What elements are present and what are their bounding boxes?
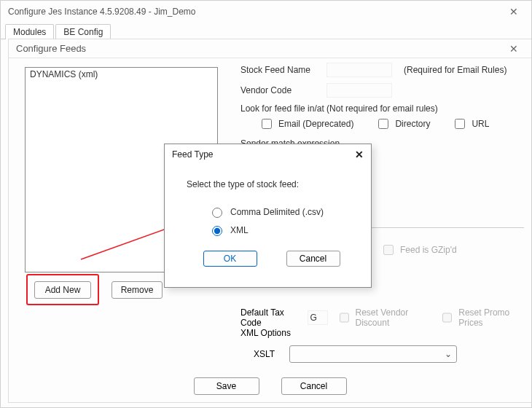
main-window-title: Configure Jes Instance 4.5.9208.49 - Jim… [8,7,504,17]
stock-feed-name-label: Stock Feed Name [240,65,321,75]
form-area: Stock Feed Name (Required for Email Rule… [240,63,524,149]
main-titlebar: Configure Jes Instance 4.5.9208.49 - Jim… [1,1,531,23]
save-button[interactable]: Save [194,377,259,395]
add-new-button[interactable]: Add New [34,281,91,299]
cancel-button[interactable]: Cancel [281,377,347,395]
dialog-prompt: Select the type of stock feed: [187,179,356,189]
gzip-checkbox-text: Feed is GZip'd [400,245,457,255]
feeds-list-item[interactable]: DYNAMICS (xml) [30,69,213,79]
radio-xml[interactable] [212,226,222,236]
inner-window-title: Configure Feeds [16,43,504,54]
tab-be-config[interactable]: BE Config [55,24,111,39]
reset-promo-text: Reset Promo Prices [458,307,524,328]
stock-feed-name-input[interactable] [326,63,392,77]
vendor-code-label: Vendor Code [240,85,321,95]
reset-vendor-checkbox [340,313,349,323]
reset-promo-checkbox-label: Reset Promo Prices [439,307,524,328]
url-checkbox[interactable] [455,119,465,129]
inner-close-icon[interactable]: ✕ [504,42,524,56]
remove-button[interactable]: Remove [112,281,163,299]
email-checkbox[interactable] [262,119,272,129]
directory-checkbox[interactable] [378,119,388,129]
email-checkbox-text: Email (Deprecated) [278,119,353,129]
close-icon[interactable]: ✕ [504,4,524,19]
radio-csv[interactable] [212,208,222,218]
url-checkbox-text: URL [472,119,489,129]
reset-vendor-text: Reset Vendor Discount [356,307,431,328]
dialog-close-icon[interactable]: ✕ [355,149,364,160]
radio-xml-label: XML [230,225,249,235]
email-checkbox-label[interactable]: Email (Deprecated) [259,117,353,131]
dialog-title-text: Feed Type [172,149,355,160]
radio-csv-row[interactable]: Comma Delimited (.csv) [208,205,356,218]
radio-xml-row[interactable]: XML [208,224,356,236]
dialog-cancel-button[interactable]: Cancel [286,251,340,267]
vendor-code-input[interactable] [326,83,392,98]
reset-promo-checkbox [442,313,452,323]
xslt-label: XSLT [254,349,275,359]
default-tax-label: Default Tax Code [240,307,299,328]
gzip-checkbox-label: Feed is GZip'd [380,243,457,257]
dialog-ok-button[interactable]: OK [203,251,257,267]
dialog-titlebar: Feed Type ✕ [165,144,371,165]
xml-options-label: XML Options [240,328,524,338]
default-tax-input[interactable] [308,310,328,325]
inner-titlebar: Configure Feeds ✕ [9,39,531,58]
directory-checkbox-label[interactable]: Directory [375,117,430,131]
reset-vendor-checkbox-label: Reset Vendor Discount [337,307,431,328]
main-window: Configure Jes Instance 4.5.9208.49 - Jim… [0,0,532,408]
feed-type-dialog: Feed Type ✕ Select the type of stock fee… [164,144,372,288]
directory-checkbox-text: Directory [395,119,430,129]
url-checkbox-label[interactable]: URL [452,117,489,131]
gzip-checkbox [383,245,394,255]
radio-csv-label: Comma Delimited (.csv) [230,207,324,217]
xslt-combobox[interactable] [289,345,457,363]
tab-bar: Modules BE Config [1,24,531,39]
look-for-label: Look for feed file in/at (Not required f… [240,103,524,114]
stock-feed-name-hint: (Required for Email Rules) [404,65,506,75]
tab-modules[interactable]: Modules [5,24,54,39]
